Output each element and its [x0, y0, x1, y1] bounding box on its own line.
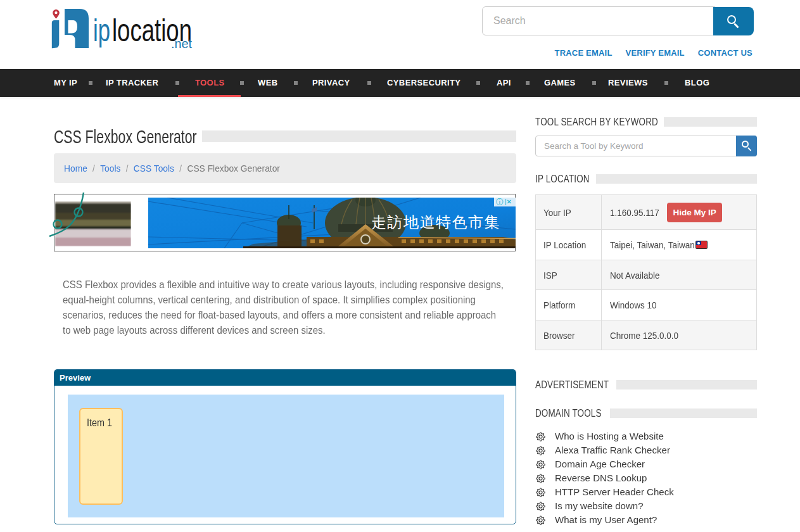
svg-text:|✕: |✕: [505, 198, 512, 205]
svg-text:.net: .net: [171, 37, 192, 51]
svg-text:ip: ip: [93, 13, 110, 48]
svg-text:走訪地道特色市集: 走訪地道特色市集: [371, 213, 500, 231]
svg-text:ⓘ: ⓘ: [496, 198, 504, 206]
